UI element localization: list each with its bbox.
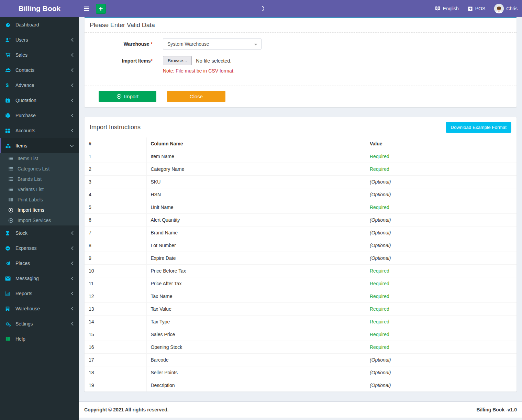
sidebar-item-messaging: Messaging xyxy=(0,271,79,286)
submenu-link[interactable]: Print Labels xyxy=(0,195,79,205)
chevron-left-icon xyxy=(71,83,74,87)
submenu-link[interactable]: Import Items xyxy=(0,205,79,215)
sidebar-link[interactable]: Users xyxy=(0,32,79,47)
download-example-button[interactable]: Download Example Format xyxy=(446,122,511,133)
table-row: 9Expire Date(Optional) xyxy=(85,252,517,265)
value-optional: (Optional) xyxy=(366,354,517,366)
row-number: 15 xyxy=(85,328,146,341)
warehouse-select[interactable]: System Warehouse xyxy=(163,38,262,50)
sidebar-link[interactable]: Places xyxy=(0,256,79,271)
chevron-left-icon xyxy=(71,129,74,133)
sidebar-menu: DashboardUsersSalesContacts$AdvanceQuota… xyxy=(0,17,79,346)
hamburger-icon xyxy=(84,6,89,11)
submenu-link[interactable]: Items List xyxy=(0,153,79,164)
column-name-cell: Sales Price xyxy=(146,328,366,341)
submenu-link[interactable]: Brands List xyxy=(0,174,79,184)
sidebar-item-label: Contacts xyxy=(15,67,34,74)
column-header: Value xyxy=(366,137,517,150)
column-name-cell: Brand Name xyxy=(146,226,366,239)
instructions-panel: Import Instructions Download Example For… xyxy=(84,117,517,392)
sidebar-link[interactable]: Dashboard xyxy=(0,17,79,32)
value-required: Required xyxy=(366,316,517,328)
sidebar-toggle-button[interactable] xyxy=(79,0,94,17)
plus-icon xyxy=(98,6,103,11)
column-name-cell: Tax Name xyxy=(146,290,366,303)
chevron-left-icon xyxy=(71,246,74,250)
avatar xyxy=(494,4,504,13)
sidebar-link[interactable]: Reports xyxy=(0,286,79,301)
sidebar-link[interactable]: Purchase xyxy=(0,108,79,123)
sidebar-link[interactable]: Items xyxy=(0,138,79,153)
sidebar-link[interactable]: Sales xyxy=(0,47,79,63)
submenu-link[interactable]: Import Services xyxy=(0,215,79,225)
sidebar-item-label: Warehouse xyxy=(15,305,40,312)
value-optional: (Optional) xyxy=(366,214,517,226)
language-menu[interactable]: English xyxy=(430,0,463,17)
sidebar-link[interactable]: Help xyxy=(0,331,79,346)
close-button[interactable]: Close xyxy=(167,91,225,102)
dark-mode-toggle[interactable] xyxy=(256,0,269,17)
import-button[interactable]: Import xyxy=(99,91,156,102)
import-form-panel: Please Enter Valid Data Warehouse * Syst… xyxy=(84,17,517,107)
sidebar-item-reports: Reports xyxy=(0,286,79,301)
submenu-link[interactable]: Variants List xyxy=(0,184,79,195)
instructions-title: Import Instructions xyxy=(90,124,141,131)
table-header-row: #Column NameValue xyxy=(85,137,517,150)
row-number: 14 xyxy=(85,316,146,328)
value-required: Required xyxy=(366,163,517,176)
user-name: Chris xyxy=(506,6,518,11)
row-number: 16 xyxy=(85,341,146,354)
submenu-item-brands-list: Brands List xyxy=(0,174,79,184)
form-panel-header: Please Enter Valid Data xyxy=(85,18,517,33)
value-optional: (Optional) xyxy=(366,239,517,252)
sidebar-link[interactable]: Contacts xyxy=(0,63,79,78)
quick-add-button[interactable] xyxy=(96,4,106,14)
sidebar-item-users: Users xyxy=(0,32,79,47)
user-plus-icon xyxy=(5,37,13,43)
table-row: 19Description(Optional) xyxy=(85,379,517,392)
submenu-item-label: Items List xyxy=(18,156,38,161)
users-icon xyxy=(5,68,13,73)
sidebar-item-advance: $Advance xyxy=(0,78,79,93)
column-name-cell: Tax Type xyxy=(146,316,366,328)
submenu-item-label: Brands List xyxy=(18,176,42,182)
sidebar-link[interactable]: ⚙⚙Settings xyxy=(0,316,79,331)
list-icon xyxy=(8,177,15,181)
submenu-item-label: Print Labels xyxy=(18,197,43,202)
cubes-icon xyxy=(5,143,13,148)
submenu-item-print-labels: Print Labels xyxy=(0,195,79,205)
sidebar-link[interactable]: Messaging xyxy=(0,271,79,286)
sidebar-item-label: Users xyxy=(15,36,28,43)
row-number: 10 xyxy=(85,265,146,277)
value-optional: (Optional) xyxy=(366,366,517,379)
copyright-text: Copyright © 2021 All rights reserved. xyxy=(84,407,169,412)
import-items-label: Import Items* xyxy=(85,55,153,74)
sidebar-link[interactable]: Warehouse xyxy=(0,301,79,316)
table-row: 15Sales PriceRequired xyxy=(85,328,517,341)
value-required: Required xyxy=(366,328,517,341)
sidebar: DashboardUsersSalesContacts$AdvanceQuota… xyxy=(0,17,79,420)
sidebar-link[interactable]: Stock xyxy=(0,225,79,241)
barcode-icon xyxy=(8,197,15,202)
brand-logo[interactable]: Billing Book xyxy=(0,0,79,17)
submenu-link[interactable]: Categories List xyxy=(0,164,79,174)
warehouse-label: Warehouse * xyxy=(85,38,153,50)
pos-button[interactable]: POS xyxy=(463,0,490,17)
sidebar-link[interactable]: $Advance xyxy=(0,78,79,93)
user-menu[interactable]: Chris xyxy=(490,0,522,17)
value-required: Required xyxy=(366,290,517,303)
sidebar-link[interactable]: Quotation xyxy=(0,93,79,108)
chevron-left-icon xyxy=(71,113,74,118)
sidebar-link[interactable]: Accounts xyxy=(0,123,79,138)
sidebar-link[interactable]: Expenses xyxy=(0,241,79,256)
hourglass-icon xyxy=(5,231,13,236)
column-name-cell: Lot Number xyxy=(146,239,366,252)
column-name-cell: Barcode xyxy=(146,354,366,366)
browse-file-button[interactable]: Browse... xyxy=(163,56,192,65)
paper-plane-icon xyxy=(5,261,13,266)
column-name-cell: Opening Stock xyxy=(146,341,366,354)
sidebar-item-contacts: Contacts xyxy=(0,63,79,78)
column-name-cell: Expire Date xyxy=(146,252,366,265)
column-name-cell: Alert Quantity xyxy=(146,214,366,226)
submenu-item-items-list: Items List xyxy=(0,153,79,164)
